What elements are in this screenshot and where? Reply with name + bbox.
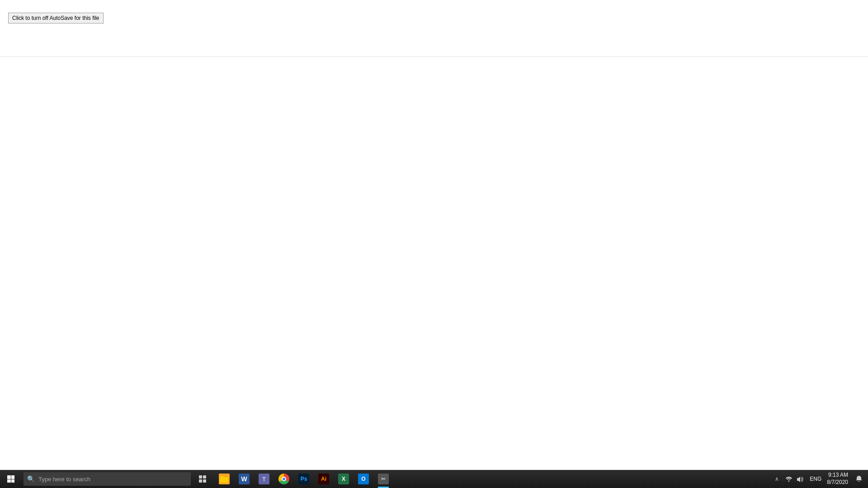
- network-svg: [785, 476, 793, 482]
- svg-rect-5: [220, 476, 224, 478]
- svg-rect-0: [199, 475, 202, 479]
- chrome-icon: [278, 474, 289, 484]
- snip-icon: ✂: [378, 474, 389, 484]
- svg-rect-3: [203, 479, 206, 483]
- search-input[interactable]: [38, 476, 187, 483]
- taskbar-app-file-explorer[interactable]: [214, 470, 234, 488]
- taskbar-apps: W T Ps Ai X O ✂: [214, 470, 393, 488]
- word-icon: W: [239, 474, 250, 484]
- taskbar-app-teams[interactable]: T: [254, 470, 274, 488]
- search-icon: 🔍: [27, 475, 35, 483]
- tray-expand-icon[interactable]: ∧: [773, 476, 781, 482]
- language-indicator[interactable]: ENG: [808, 476, 823, 482]
- svg-rect-2: [199, 479, 202, 483]
- taskbar-app-excel[interactable]: X: [334, 470, 354, 488]
- outlook-icon: O: [358, 474, 369, 484]
- task-view-icon: [198, 475, 207, 483]
- clock-time: 9:13 AM: [828, 472, 848, 479]
- system-tray: ∧ ENG 9:13 AM: [773, 470, 868, 488]
- taskbar-app-word[interactable]: W: [234, 470, 254, 488]
- notification-button[interactable]: [852, 470, 866, 488]
- tray-icons: [781, 474, 808, 483]
- clock-area[interactable]: 9:13 AM 8/7/2020: [823, 472, 852, 486]
- notification-icon: [855, 475, 863, 483]
- teams-icon: T: [259, 474, 269, 484]
- svg-rect-1: [203, 475, 206, 479]
- autosave-tooltip[interactable]: Click to turn off AutoSave for this file: [8, 13, 104, 23]
- windows-logo-icon: [7, 475, 14, 483]
- volume-icon[interactable]: [795, 474, 804, 483]
- taskbar-app-photoshop[interactable]: Ps: [294, 470, 314, 488]
- network-icon[interactable]: [784, 474, 793, 483]
- start-button[interactable]: [0, 470, 22, 488]
- illustrator-icon: Ai: [318, 474, 329, 484]
- taskbar: 🔍 W T: [0, 470, 868, 488]
- svg-point-6: [788, 480, 790, 482]
- taskbar-app-chrome[interactable]: [274, 470, 294, 488]
- file-explorer-icon: [219, 474, 230, 484]
- clock-date: 8/7/2020: [827, 479, 848, 486]
- volume-svg: [796, 476, 803, 482]
- taskbar-app-snip[interactable]: ✂: [373, 470, 393, 488]
- taskbar-search-bar[interactable]: 🔍: [24, 472, 191, 486]
- photoshop-icon: Ps: [298, 474, 309, 484]
- taskbar-app-illustrator[interactable]: Ai: [314, 470, 334, 488]
- main-content: [0, 57, 868, 427]
- task-view-button[interactable]: [193, 470, 212, 488]
- excel-icon: X: [338, 474, 349, 484]
- taskbar-app-outlook[interactable]: O: [354, 470, 373, 488]
